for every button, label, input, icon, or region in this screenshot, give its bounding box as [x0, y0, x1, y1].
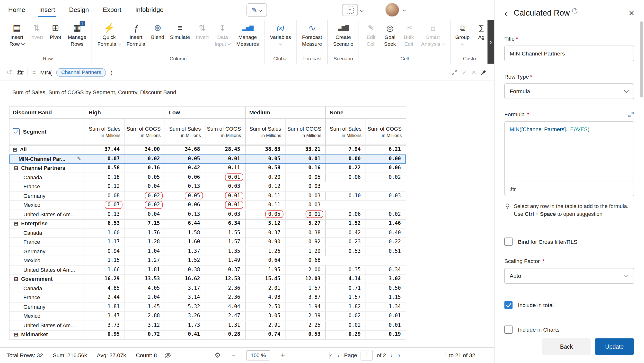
value-cell[interactable]: 0.64: [245, 256, 285, 265]
value-cell[interactable]: 1.60: [84, 228, 124, 237]
value-cell[interactable]: 6.44: [165, 219, 205, 228]
value-cell[interactable]: 1.81: [125, 265, 165, 274]
value-cell[interactable]: 0.37: [245, 228, 285, 237]
value-cell[interactable]: 1.52: [326, 219, 366, 228]
value-cell[interactable]: 0.02: [125, 201, 165, 209]
table-row[interactable]: ⊟All37.4434.0034.6828.4538.8333.217.946.…: [10, 145, 406, 154]
value-cell[interactable]: 1.04: [125, 247, 165, 255]
value-cell[interactable]: 12.53: [205, 275, 245, 283]
value-cell[interactable]: 13.53: [125, 275, 165, 283]
value-cell[interactable]: 0.35: [326, 265, 366, 274]
ribbon-button-invert[interactable]: ⇅Invert: [28, 21, 46, 42]
value-cell[interactable]: 1.58: [165, 228, 205, 237]
undo-icon[interactable]: ↺: [6, 68, 12, 76]
formula-token[interactable]: Channel Partners: [56, 68, 106, 77]
value-cell[interactable]: 1.55: [205, 228, 245, 237]
value-cell[interactable]: 1.57: [286, 284, 326, 292]
value-cell[interactable]: 2.88: [125, 312, 165, 320]
ribbon-button-create-scenario[interactable]: ▃▆█CreateScenario: [331, 21, 356, 49]
value-cell[interactable]: 1.28: [125, 238, 165, 246]
value-cell[interactable]: 1.76: [125, 228, 165, 237]
table-row[interactable]: Mexico1.151.271.521.490.640.68: [10, 256, 406, 265]
value-cell[interactable]: 0.94: [84, 247, 124, 255]
value-cell[interactable]: 16.29: [84, 275, 124, 283]
zoom-out-button[interactable]: −: [231, 351, 236, 359]
value-cell[interactable]: 1.66: [84, 265, 124, 274]
value-cell[interactable]: 3.47: [84, 312, 124, 320]
table-row[interactable]: United States of Am...3.733.121.731.312.…: [10, 321, 406, 330]
chevron-down-icon[interactable]: [360, 8, 364, 12]
title-input[interactable]: MIN-Channel Partners: [504, 46, 634, 61]
value-cell[interactable]: 0.11: [245, 191, 285, 200]
next-page-button[interactable]: ›: [390, 352, 394, 358]
scaling-factor-select[interactable]: Auto: [504, 268, 634, 283]
value-cell[interactable]: 5.27: [285, 219, 325, 228]
value-cell[interactable]: 0.13: [165, 210, 205, 218]
value-cell[interactable]: 3.05: [245, 312, 285, 320]
value-cell[interactable]: 3.12: [125, 321, 165, 329]
ribbon-button-insert-row[interactable]: ▤InsertRow: [7, 21, 27, 49]
add-visual-button[interactable]: +: [342, 4, 358, 16]
value-cell[interactable]: 0.05: [245, 210, 285, 218]
info-icon[interactable]: i: [572, 8, 578, 14]
row-label-cell[interactable]: France: [10, 294, 84, 300]
value-cell[interactable]: 2.36: [205, 293, 245, 302]
back-button[interactable]: Back: [542, 338, 590, 355]
value-cell[interactable]: 0.40: [366, 228, 406, 237]
value-cell[interactable]: 0.42: [165, 164, 205, 172]
value-cell[interactable]: 0.07: [84, 201, 124, 209]
first-page-button[interactable]: ‹: [329, 352, 333, 358]
fx-icon[interactable]: fx: [510, 186, 516, 192]
tab-home[interactable]: Home: [7, 1, 26, 20]
value-cell[interactable]: 0.05: [245, 155, 285, 163]
value-cell[interactable]: 2.01: [245, 284, 285, 292]
value-cell[interactable]: 0.13: [84, 210, 124, 218]
value-cell[interactable]: 6.21: [366, 145, 406, 154]
value-cell[interactable]: 0.38: [286, 228, 326, 237]
value-cell[interactable]: 5.32: [165, 302, 205, 311]
row-label-cell[interactable]: Mexico: [10, 257, 84, 263]
table-row[interactable]: ⊟Channel Partners0.580.160.420.110.580.1…: [10, 164, 406, 173]
value-cell[interactable]: 0.41: [165, 330, 205, 339]
ribbon-button-variables[interactable]: (x)Variables: [268, 21, 294, 49]
update-button[interactable]: Update: [595, 338, 634, 355]
value-cell[interactable]: 0.03: [366, 191, 406, 200]
table-row[interactable]: United States of Am...1.661.810.380.371.…: [10, 265, 406, 275]
ribbon-button-smart-analysis[interactable]: ☼SmartAnalysis: [419, 21, 447, 49]
value-cell[interactable]: 0.13: [165, 182, 205, 191]
value-cell[interactable]: 0.58: [84, 164, 124, 172]
value-cell[interactable]: 0.01: [286, 210, 326, 218]
ribbon-button-pivot[interactable]: ⊞Pivot: [46, 21, 64, 42]
value-cell[interactable]: 7.94: [326, 145, 366, 154]
value-cell[interactable]: 4.14: [326, 275, 366, 283]
value-cell[interactable]: 0.06: [366, 164, 406, 172]
ribbon-button-ag[interactable]: ∑Ag: [472, 21, 488, 42]
value-cell[interactable]: 1.35: [205, 247, 245, 255]
value-cell[interactable]: 0.53: [285, 330, 325, 339]
value-cell[interactable]: 0.11: [245, 201, 285, 209]
value-cell[interactable]: 1.45: [125, 302, 165, 311]
value-cell[interactable]: 1.46: [366, 219, 406, 228]
value-cell[interactable]: 0.11: [205, 164, 245, 172]
value-cell[interactable]: 0.02: [125, 155, 165, 163]
table-row[interactable]: United States of Am...0.130.040.130.030.…: [10, 210, 406, 219]
row-label-cell[interactable]: ⊟Enterprise: [10, 220, 84, 226]
value-cell[interactable]: 0.12: [84, 182, 124, 191]
expand-formula-icon[interactable]: [452, 69, 458, 75]
pin-icon[interactable]: [481, 69, 487, 75]
value-cell[interactable]: 1.37: [165, 247, 205, 255]
table-row[interactable]: ⊟Enterprise6.537.156.446.345.125.271.521…: [10, 219, 406, 228]
table-row[interactable]: Mexico0.070.020.060.010.110.03: [10, 200, 406, 210]
ribbon-button-manage-measures[interactable]: ▂▅▇ManageMeasures: [234, 21, 261, 49]
ribbon-button-goal-seek[interactable]: ◎GoalSeek: [381, 21, 399, 49]
collapse-icon[interactable]: ⊟: [14, 165, 18, 171]
value-cell[interactable]: 0.07: [84, 155, 124, 163]
value-cell[interactable]: 1.29: [286, 247, 326, 255]
row-label-cell[interactable]: Canada: [10, 174, 84, 180]
row-label-cell[interactable]: Germany: [10, 304, 84, 310]
value-cell[interactable]: 0.16: [285, 164, 325, 172]
value-cell[interactable]: 0.01: [366, 321, 406, 329]
value-cell[interactable]: 2.04: [125, 293, 165, 302]
value-cell[interactable]: 2.91: [245, 321, 285, 329]
value-cell[interactable]: 2.50: [245, 302, 285, 311]
